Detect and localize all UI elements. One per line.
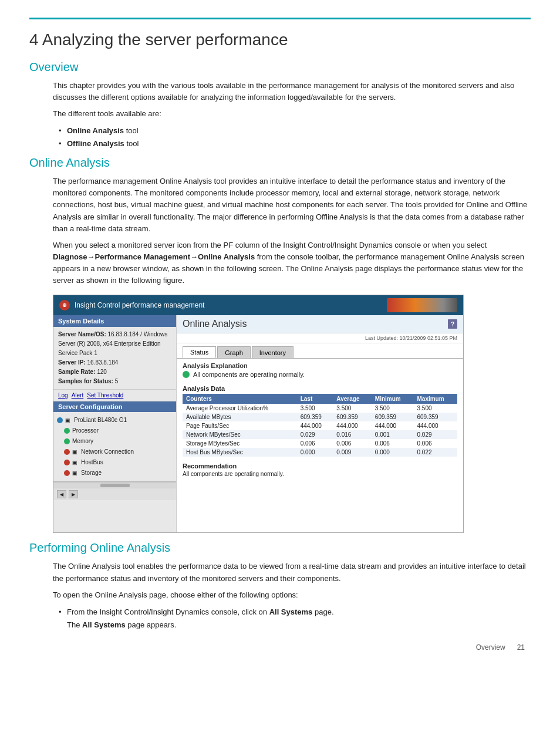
screenshot-frame: ⊕ Insight Control performance management… xyxy=(53,295,464,533)
screenshot-header-title: Insight Control performance management xyxy=(75,301,204,309)
screenshot-body: System Details Server Name/OS: 16.83.8.1… xyxy=(53,315,463,532)
right-panel: Online Analysis ? Last Updated: 10/21/20… xyxy=(177,315,463,532)
analysis-data-table: Counters Last Average Minimum Maximum Av… xyxy=(183,394,457,457)
cell-last: 0.000 xyxy=(297,448,333,457)
back-button[interactable]: ◀ xyxy=(57,490,66,498)
tree-label-processor: Processor xyxy=(72,427,99,435)
top-rule xyxy=(29,18,531,19)
forward-button[interactable]: ▶ xyxy=(69,490,78,498)
cell-last: 3.500 xyxy=(297,404,333,413)
tree-item-processor[interactable]: Processor xyxy=(63,426,174,436)
tree-icon-green-memory xyxy=(64,438,70,444)
cell-counter: Available MBytes xyxy=(183,413,297,421)
performing-paragraph1: The Online Analysis tool enables the per… xyxy=(53,561,531,584)
col-average: Average xyxy=(333,394,372,404)
tree-label-storage: Storage xyxy=(81,469,102,477)
server-tree: ▣ ProLiant BL480c G1 Processor Memory xyxy=(53,412,176,481)
tree-label-memory: Memory xyxy=(72,437,93,445)
server-ip-value: 16.83.8.184 xyxy=(87,359,118,366)
system-details-label: System Details xyxy=(53,315,176,327)
col-counters: Counters xyxy=(183,394,297,404)
col-last: Last xyxy=(297,394,333,404)
samples-status-label: Samples for Status: xyxy=(58,378,113,384)
cell-maximum: 0.029 xyxy=(413,430,457,439)
server-name-row: Server Name/OS: 16.83.8.184 / Windows Se… xyxy=(58,330,171,358)
cell-average: 0.009 xyxy=(333,448,372,457)
table-row: Page Faults/Sec 444.000 444.000 444.000 … xyxy=(183,421,457,430)
cell-minimum: 0.006 xyxy=(372,439,414,448)
tree-label-proliant: ProLiant BL480c G1 xyxy=(74,416,127,424)
performing-online-analysis-heading: Performing Online Analysis xyxy=(29,541,531,555)
set-threshold-link[interactable]: Set Threshold xyxy=(87,392,123,399)
analysis-explanation-text: All components are operating normally. xyxy=(193,371,305,378)
tree-folder-hostbus: ▣ xyxy=(72,459,77,467)
cell-average: 3.500 xyxy=(333,404,372,413)
server-name-label: Server Name/OS: xyxy=(58,331,106,337)
performing-bullet-list: From the Insight Control/Insight Dynamic… xyxy=(59,606,531,632)
online-analysis-paragraph1: The performance management Online Analys… xyxy=(53,175,531,235)
tree-folder-network: ▣ xyxy=(72,448,77,456)
screenshot-header: ⊕ Insight Control performance management xyxy=(53,295,463,315)
footer-section-label: Overview xyxy=(476,643,505,652)
right-panel-title-bar: Online Analysis ? xyxy=(177,315,463,333)
samples-status-value: 5 xyxy=(115,378,119,384)
tree-icon-red-hostbus xyxy=(64,460,70,465)
online-analysis-heading: Online Analysis xyxy=(29,156,531,170)
cell-average: 444.000 xyxy=(333,421,372,430)
col-minimum: Minimum xyxy=(372,394,414,404)
last-updated-timestamp: Last Updated: 10/21/2009 02:51:05 PM xyxy=(177,333,463,343)
app-logo-icon: ⊕ xyxy=(59,300,70,310)
tree-icon-red-network xyxy=(64,449,70,455)
cell-counter: Storage MBytes/Sec xyxy=(183,439,297,448)
table-row: Storage MBytes/Sec 0.006 0.006 0.006 0.0… xyxy=(183,439,457,448)
tab-inventory[interactable]: Inventory xyxy=(252,346,294,358)
bottom-bar: ◀ ▶ xyxy=(53,488,176,500)
overview-bullet-list: Online Analysis tool Offline Analysis to… xyxy=(59,124,531,150)
tree-icon-blue xyxy=(57,417,63,423)
table-header-row: Counters Last Average Minimum Maximum xyxy=(183,394,457,404)
cell-counter: Host Bus MBytes/Sec xyxy=(183,448,297,457)
tree-icon-green-processor xyxy=(64,428,70,434)
page-footer: Overview 21 xyxy=(29,643,531,652)
col-maximum: Maximum xyxy=(413,394,457,404)
tree-item-storage[interactable]: ▣ Storage xyxy=(63,468,174,478)
status-green-dot xyxy=(183,371,190,378)
log-link[interactable]: Log xyxy=(58,392,68,399)
cell-average: 609.359 xyxy=(333,413,372,421)
table-row: Available MBytes 609.359 609.359 609.359… xyxy=(183,413,457,421)
horizontal-scrollbar[interactable] xyxy=(53,482,176,488)
tree-item-memory[interactable]: Memory xyxy=(63,436,174,447)
samples-status-row: Samples for Status: 5 xyxy=(58,377,171,386)
cell-maximum: 609.359 xyxy=(413,413,457,421)
cell-counter: Page Faults/Sec xyxy=(183,421,297,430)
cell-last: 444.000 xyxy=(297,421,333,430)
page-container: 4 Analyzing the server performance Overv… xyxy=(0,0,560,675)
tab-graph[interactable]: Graph xyxy=(217,346,251,358)
bullet-online-analysis: Online Analysis tool xyxy=(59,124,531,137)
overview-body: This chapter provides you with the vario… xyxy=(53,80,531,151)
server-ip-row: Server IP: 16.83.8.184 xyxy=(58,358,171,367)
tree-item-proliant[interactable]: ▣ ProLiant BL480c G1 xyxy=(56,415,174,426)
alert-link[interactable]: Alert xyxy=(72,392,84,399)
tree-label-network: Network Connection xyxy=(81,448,134,456)
tab-status[interactable]: Status xyxy=(183,346,216,358)
help-button[interactable]: ? xyxy=(448,319,457,329)
cell-minimum: 0.001 xyxy=(372,430,414,439)
bullet-offline-analysis: Offline Analysis tool xyxy=(59,137,531,150)
cell-maximum: 3.500 xyxy=(413,404,457,413)
scrollbar-thumb xyxy=(100,484,130,487)
tree-item-network[interactable]: ▣ Network Connection xyxy=(63,447,174,457)
overview-paragraph2: The different tools available are: xyxy=(53,108,531,120)
tree-item-hostbus[interactable]: ▣ HostBus xyxy=(63,457,174,468)
cell-maximum: 444.000 xyxy=(413,421,457,430)
analysis-data-title: Analysis Data xyxy=(183,385,457,392)
left-panel: System Details Server Name/OS: 16.83.8.1… xyxy=(53,315,177,532)
online-analysis-paragraph2: When you select a monitored server icon … xyxy=(53,239,531,287)
overview-heading: Overview xyxy=(29,60,531,74)
analysis-explanation-title: Analysis Explanation xyxy=(183,362,457,369)
sample-rate-row: Sample Rate: 120 xyxy=(58,367,171,377)
footer-page-number: 21 xyxy=(517,643,525,652)
server-config-header: Server Configuration xyxy=(53,401,176,412)
sample-rate-value: 120 xyxy=(97,369,107,375)
table-row: Host Bus MBytes/Sec 0.000 0.009 0.000 0.… xyxy=(183,448,457,457)
